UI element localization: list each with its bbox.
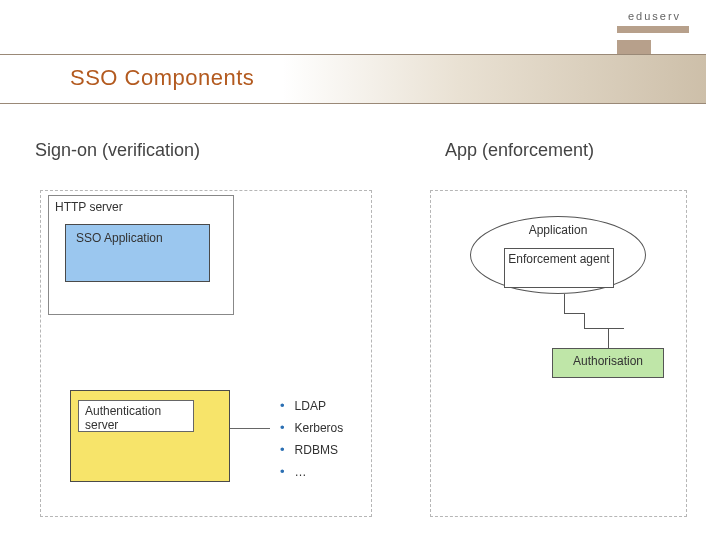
slide: eduserv SSO Components Sign-on (verifica… bbox=[0, 0, 720, 540]
authorisation-box: Authorisation bbox=[552, 348, 664, 378]
http-server-label: HTTP server bbox=[55, 200, 227, 214]
authentication-server-caption: Authentication server bbox=[78, 400, 194, 432]
sso-application-label: SSO Application bbox=[76, 231, 163, 245]
connector-segment bbox=[608, 328, 609, 348]
protocol-item: … bbox=[280, 461, 343, 483]
left-column-heading: Sign-on (verification) bbox=[35, 140, 200, 161]
connector-segment bbox=[564, 294, 565, 314]
right-column-heading: App (enforcement) bbox=[445, 140, 594, 161]
slide-title: SSO Components bbox=[70, 65, 254, 91]
authorisation-label: Authorisation bbox=[573, 354, 643, 368]
protocol-list: LDAP Kerberos RDBMS … bbox=[280, 395, 343, 483]
protocol-item: LDAP bbox=[280, 395, 343, 417]
connector-segment bbox=[584, 328, 624, 329]
sso-application-box: SSO Application bbox=[65, 224, 210, 282]
protocol-item: Kerberos bbox=[280, 417, 343, 439]
brand-logo: eduserv bbox=[617, 10, 692, 60]
authentication-server-label: Authentication server bbox=[85, 404, 161, 432]
application-label: Application bbox=[529, 223, 588, 237]
protocol-item: RDBMS bbox=[280, 439, 343, 461]
connector-segment bbox=[564, 313, 584, 314]
enforcement-agent-box: Enforcement agent bbox=[504, 248, 614, 288]
connector-segment bbox=[584, 313, 585, 328]
brand-name: eduserv bbox=[617, 10, 692, 22]
enforcement-agent-label: Enforcement agent bbox=[508, 252, 609, 266]
connector-auth-to-protocols bbox=[230, 428, 270, 429]
